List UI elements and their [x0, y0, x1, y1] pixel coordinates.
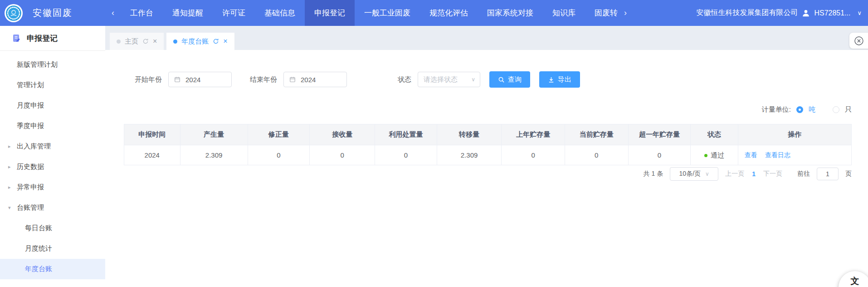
- nav-item-declaration[interactable]: 申报登记: [305, 0, 355, 26]
- sidebar-item-monthly-declaration[interactable]: 月度申报: [0, 95, 105, 116]
- sidebar-title: 申报登记: [27, 33, 58, 44]
- sidebar-item-history-data[interactable]: ▸ 历史数据: [0, 157, 105, 177]
- goto-label: 前往: [797, 170, 810, 178]
- tab-home[interactable]: 主页 ×: [110, 33, 164, 50]
- chevron-down-icon: ∨: [471, 76, 475, 83]
- nav-item-license[interactable]: 许可证: [213, 0, 255, 26]
- unit-option-ton[interactable]: 吨: [809, 105, 815, 114]
- col-transferred: 转移量: [437, 124, 502, 145]
- start-year-picker[interactable]: [168, 72, 232, 87]
- translate-icon: 文: [851, 275, 859, 287]
- close-icon[interactable]: ×: [153, 38, 157, 45]
- nav-item-notifications[interactable]: 通知提醒: [163, 0, 213, 26]
- close-all-tabs-panel[interactable]: [849, 33, 868, 49]
- cell-status: 通过: [691, 145, 738, 165]
- sidebar-item-label: 异常申报: [17, 183, 44, 192]
- sidebar-item-inout-storage[interactable]: ▸ 出入库管理: [0, 136, 105, 157]
- cell-generated: 2.309: [180, 145, 248, 165]
- export-button[interactable]: 导出: [539, 71, 580, 88]
- radio-piece[interactable]: [833, 106, 839, 113]
- export-button-label: 导出: [558, 75, 571, 84]
- tab-label: 主页: [125, 37, 138, 46]
- nav-item-general-industrial-waste[interactable]: 一般工业固废: [355, 0, 420, 26]
- col-received: 接收量: [310, 124, 375, 145]
- sidebar-item-label: 历史数据: [17, 163, 44, 171]
- cell-last-year-storage: 0: [502, 145, 565, 165]
- chevron-right-icon: ▸: [8, 144, 11, 149]
- cell-current-storage: 0: [565, 145, 628, 165]
- main-content: 开始年份 结束年份: [105, 50, 868, 287]
- page-size-select[interactable]: 10条/页 ∨: [670, 167, 718, 181]
- nav-item-workbench[interactable]: 工作台: [121, 0, 163, 26]
- tab-strip: 主页 × 年度台账 ×: [105, 26, 868, 50]
- start-year-input[interactable]: [185, 75, 223, 84]
- page-size-value: 10条/页: [679, 170, 701, 178]
- circle-close-icon[interactable]: [854, 36, 864, 46]
- status-badge: 通过: [711, 151, 724, 160]
- sidebar-item-monthly-statistics[interactable]: 月度统计: [0, 238, 105, 259]
- tab-status-dot: [173, 40, 177, 44]
- refresh-icon[interactable]: [142, 38, 149, 45]
- app-name: 安徽固废: [33, 7, 73, 19]
- sidebar-item-label: 台账管理: [17, 203, 44, 212]
- sidebar: 申报登记 新版管理计划 管理计划 月度申报 季度申报 ▸ 出入库管理 ▸ 历史数…: [0, 26, 106, 287]
- sidebar-item-ledger-management[interactable]: ▾ 台账管理: [0, 198, 105, 218]
- end-year-picker[interactable]: [283, 72, 347, 87]
- view-link[interactable]: 查看: [745, 151, 757, 158]
- user-dropdown-icon[interactable]: ∨: [857, 10, 862, 16]
- col-declare-time: 申报时间: [124, 124, 180, 145]
- close-icon[interactable]: ×: [223, 38, 227, 45]
- status-select[interactable]: 请选择状态 ∨: [418, 72, 480, 87]
- cell-transferred: 2.309: [437, 145, 502, 165]
- nav-item-waste-transfer[interactable]: 固废转: [585, 0, 618, 26]
- sidebar-item-management-plan[interactable]: 管理计划: [0, 75, 105, 95]
- top-navbar: 安徽固废 ‹ 工作台 通知提醒 许可证 基础信息 申报登记 一般工业固废 规范化…: [0, 0, 868, 26]
- sidebar-item-daily-ledger[interactable]: 每日台账: [0, 218, 105, 238]
- filter-bar: 开始年份 结束年份: [135, 71, 580, 88]
- cell-operations: 查看 查看日志: [738, 145, 851, 165]
- sidebar-item-new-management-plan[interactable]: 新版管理计划: [0, 54, 105, 75]
- total-count: 共 1 条: [644, 170, 663, 178]
- app-window: 安徽固废 ‹ 工作台 通知提醒 许可证 基础信息 申报登记 一般工业固废 规范化…: [0, 0, 868, 287]
- end-year-label: 结束年份: [250, 75, 277, 84]
- annual-ledger-table: 申报时间 产生量 修正量 接收量 利用处置量 转移量 上年贮存量 当前贮存量 超…: [124, 124, 852, 165]
- sidebar-menu: 新版管理计划 管理计划 月度申报 季度申报 ▸ 出入库管理 ▸ 历史数据 ▸ 异…: [0, 51, 105, 279]
- prev-page-button[interactable]: 上一页: [725, 170, 744, 178]
- search-button[interactable]: 查询: [489, 71, 530, 88]
- refresh-icon[interactable]: [213, 38, 219, 45]
- calendar-icon: [289, 76, 296, 83]
- goto-page-input[interactable]: [817, 168, 839, 180]
- sidebar-item-quarterly-declaration[interactable]: 季度申报: [0, 116, 105, 136]
- tab-annual-ledger[interactable]: 年度台账 ×: [166, 33, 234, 50]
- chevron-right-icon: ▸: [8, 184, 11, 190]
- unit-option-piece[interactable]: 只: [845, 105, 852, 114]
- col-last-year-storage: 上年贮存量: [502, 124, 565, 145]
- nav-item-knowledge-base[interactable]: 知识库: [543, 0, 585, 26]
- next-page-button[interactable]: 下一页: [763, 170, 782, 178]
- table-row: 2024 2.309 0 0 0 2.309 0 0 0 通过: [124, 145, 852, 165]
- col-utilized-disposed: 利用处置量: [375, 124, 437, 145]
- brand-area: 安徽固废: [0, 4, 105, 22]
- page-unit-label: 页: [845, 170, 852, 178]
- nav-scroll-right-icon[interactable]: ›: [618, 8, 633, 18]
- col-operation: 操作: [738, 124, 851, 145]
- view-log-link[interactable]: 查看日志: [765, 151, 790, 158]
- nav-item-standardized-assessment[interactable]: 规范化评估: [420, 0, 478, 26]
- nav-item-national-system[interactable]: 国家系统对接: [478, 0, 543, 26]
- current-page[interactable]: 1: [752, 170, 756, 178]
- start-year-label: 开始年份: [135, 75, 162, 84]
- search-button-label: 查询: [508, 75, 522, 84]
- sidebar-item-annual-ledger[interactable]: 年度台账: [0, 259, 105, 279]
- chevron-right-icon: ▸: [8, 164, 11, 170]
- radio-ton-selected[interactable]: [796, 106, 803, 113]
- nav-scroll-left-icon[interactable]: ‹: [105, 8, 121, 18]
- cell-declare-time: 2024: [124, 145, 180, 165]
- sidebar-item-abnormal-declaration[interactable]: ▸ 异常申报: [0, 177, 105, 198]
- status-label: 状态: [398, 75, 411, 84]
- username[interactable]: HS72851...: [814, 9, 850, 17]
- tab-label: 年度台账: [181, 37, 209, 46]
- app-logo-icon: [5, 4, 23, 22]
- col-current-storage: 当前贮存量: [565, 124, 628, 145]
- nav-item-basic-info[interactable]: 基础信息: [255, 0, 305, 26]
- end-year-input[interactable]: [300, 75, 338, 84]
